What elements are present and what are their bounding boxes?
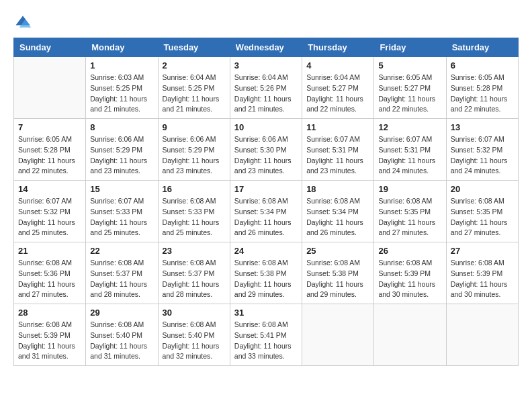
calendar-cell: 5Sunrise: 6:05 AMSunset: 5:27 PMDaylight… (374, 57, 446, 119)
day-info: Sunrise: 6:07 AMSunset: 5:33 PMDaylight:… (90, 196, 153, 238)
day-info: Sunrise: 6:08 AMSunset: 5:34 PMDaylight:… (234, 196, 298, 238)
calendar-cell: 16Sunrise: 6:08 AMSunset: 5:33 PMDayligh… (158, 181, 230, 242)
calendar-cell: 15Sunrise: 6:07 AMSunset: 5:33 PMDayligh… (86, 181, 158, 242)
day-info: Sunrise: 6:08 AMSunset: 5:39 PMDaylight:… (451, 258, 514, 300)
calendar-cell (14, 57, 86, 119)
day-info: Sunrise: 6:08 AMSunset: 5:38 PMDaylight:… (306, 258, 369, 300)
calendar-cell: 14Sunrise: 6:07 AMSunset: 5:32 PMDayligh… (14, 181, 86, 242)
day-number: 4 (306, 60, 369, 71)
day-info: Sunrise: 6:07 AMSunset: 5:31 PMDaylight:… (306, 134, 369, 177)
calendar-week-row: 21Sunrise: 6:08 AMSunset: 5:36 PMDayligh… (14, 242, 519, 304)
header-saturday: Saturday (446, 38, 518, 57)
day-number: 15 (90, 184, 153, 194)
day-info: Sunrise: 6:08 AMSunset: 5:37 PMDaylight:… (90, 258, 153, 300)
day-info: Sunrise: 6:08 AMSunset: 5:39 PMDaylight:… (378, 258, 441, 300)
day-number: 30 (163, 308, 226, 318)
calendar-cell: 27Sunrise: 6:08 AMSunset: 5:39 PMDayligh… (446, 242, 518, 304)
day-info: Sunrise: 6:04 AMSunset: 5:27 PMDaylight:… (306, 73, 369, 115)
calendar-cell: 26Sunrise: 6:08 AMSunset: 5:39 PMDayligh… (374, 242, 446, 304)
calendar-week-row: 1Sunrise: 6:03 AMSunset: 5:25 PMDaylight… (14, 57, 519, 119)
day-number: 16 (163, 184, 226, 194)
day-number: 7 (18, 122, 81, 132)
calendar-cell: 21Sunrise: 6:08 AMSunset: 5:36 PMDayligh… (14, 242, 86, 304)
calendar-cell: 23Sunrise: 6:08 AMSunset: 5:37 PMDayligh… (158, 242, 230, 304)
day-info: Sunrise: 6:08 AMSunset: 5:37 PMDaylight:… (163, 258, 226, 300)
calendar-cell: 7Sunrise: 6:05 AMSunset: 5:28 PMDaylight… (14, 119, 86, 181)
day-number: 22 (90, 246, 153, 256)
header-sunday: Sunday (14, 38, 86, 57)
day-info: Sunrise: 6:04 AMSunset: 5:25 PMDaylight:… (163, 73, 226, 115)
calendar-cell: 28Sunrise: 6:08 AMSunset: 5:39 PMDayligh… (14, 304, 86, 366)
calendar-cell (446, 304, 518, 366)
day-number: 31 (234, 308, 298, 318)
calendar-cell: 3Sunrise: 6:04 AMSunset: 5:26 PMDaylight… (230, 57, 302, 119)
day-number: 1 (90, 60, 153, 71)
calendar-cell: 17Sunrise: 6:08 AMSunset: 5:34 PMDayligh… (230, 181, 302, 242)
calendar-week-row: 7Sunrise: 6:05 AMSunset: 5:28 PMDaylight… (14, 119, 519, 181)
day-number: 29 (90, 308, 153, 318)
day-number: 18 (306, 184, 369, 194)
day-number: 27 (451, 246, 514, 256)
day-info: Sunrise: 6:08 AMSunset: 5:39 PMDaylight:… (18, 320, 81, 362)
day-number: 21 (18, 246, 81, 256)
header-wednesday: Wednesday (230, 38, 302, 57)
calendar-cell: 6Sunrise: 6:05 AMSunset: 5:28 PMDaylight… (446, 57, 518, 119)
logo (13, 13, 35, 32)
day-number: 3 (234, 60, 298, 71)
calendar-cell: 31Sunrise: 6:08 AMSunset: 5:41 PMDayligh… (230, 304, 302, 366)
calendar-cell: 10Sunrise: 6:06 AMSunset: 5:30 PMDayligh… (230, 119, 302, 181)
day-info: Sunrise: 6:08 AMSunset: 5:38 PMDaylight:… (234, 258, 298, 300)
day-info: Sunrise: 6:06 AMSunset: 5:29 PMDaylight:… (90, 134, 153, 177)
calendar-cell: 9Sunrise: 6:06 AMSunset: 5:29 PMDaylight… (158, 119, 230, 181)
day-info: Sunrise: 6:08 AMSunset: 5:40 PMDaylight:… (90, 320, 153, 362)
day-number: 20 (451, 184, 514, 194)
day-number: 28 (18, 308, 81, 318)
logo-icon (13, 13, 32, 32)
day-info: Sunrise: 6:05 AMSunset: 5:28 PMDaylight:… (18, 134, 81, 177)
calendar-cell: 1Sunrise: 6:03 AMSunset: 5:25 PMDaylight… (86, 57, 158, 119)
day-number: 25 (306, 246, 369, 256)
day-number: 13 (451, 122, 514, 132)
calendar-cell: 24Sunrise: 6:08 AMSunset: 5:38 PMDayligh… (230, 242, 302, 304)
day-info: Sunrise: 6:08 AMSunset: 5:36 PMDaylight:… (18, 258, 81, 300)
day-number: 11 (306, 122, 369, 132)
calendar-cell (302, 304, 374, 366)
calendar-header-row: SundayMondayTuesdayWednesdayThursdayFrid… (14, 38, 519, 57)
day-number: 14 (18, 184, 81, 194)
day-info: Sunrise: 6:05 AMSunset: 5:28 PMDaylight:… (451, 73, 514, 115)
day-info: Sunrise: 6:08 AMSunset: 5:40 PMDaylight:… (163, 320, 226, 362)
calendar-cell: 4Sunrise: 6:04 AMSunset: 5:27 PMDaylight… (302, 57, 374, 119)
calendar-cell: 19Sunrise: 6:08 AMSunset: 5:35 PMDayligh… (374, 181, 446, 242)
calendar-week-row: 14Sunrise: 6:07 AMSunset: 5:32 PMDayligh… (14, 181, 519, 242)
day-number: 8 (90, 122, 153, 132)
header-friday: Friday (374, 38, 446, 57)
day-info: Sunrise: 6:07 AMSunset: 5:31 PMDaylight:… (378, 134, 441, 177)
calendar-table: SundayMondayTuesdayWednesdayThursdayFrid… (13, 38, 519, 366)
day-info: Sunrise: 6:06 AMSunset: 5:30 PMDaylight:… (234, 134, 298, 177)
day-info: Sunrise: 6:08 AMSunset: 5:35 PMDaylight:… (451, 196, 514, 238)
calendar-cell: 29Sunrise: 6:08 AMSunset: 5:40 PMDayligh… (86, 304, 158, 366)
day-info: Sunrise: 6:04 AMSunset: 5:26 PMDaylight:… (234, 73, 298, 115)
header-thursday: Thursday (302, 38, 374, 57)
day-number: 23 (163, 246, 226, 256)
day-number: 6 (451, 60, 514, 71)
day-number: 2 (163, 60, 226, 71)
calendar-cell: 2Sunrise: 6:04 AMSunset: 5:25 PMDaylight… (158, 57, 230, 119)
calendar-cell: 11Sunrise: 6:07 AMSunset: 5:31 PMDayligh… (302, 119, 374, 181)
day-info: Sunrise: 6:08 AMSunset: 5:41 PMDaylight:… (234, 320, 298, 362)
header-monday: Monday (86, 38, 158, 57)
day-info: Sunrise: 6:07 AMSunset: 5:32 PMDaylight:… (18, 196, 81, 238)
day-info: Sunrise: 6:07 AMSunset: 5:32 PMDaylight:… (451, 134, 514, 177)
header-tuesday: Tuesday (158, 38, 230, 57)
calendar-cell: 30Sunrise: 6:08 AMSunset: 5:40 PMDayligh… (158, 304, 230, 366)
calendar-cell: 13Sunrise: 6:07 AMSunset: 5:32 PMDayligh… (446, 119, 518, 181)
calendar-cell: 8Sunrise: 6:06 AMSunset: 5:29 PMDaylight… (86, 119, 158, 181)
calendar-cell: 12Sunrise: 6:07 AMSunset: 5:31 PMDayligh… (374, 119, 446, 181)
day-number: 19 (378, 184, 441, 194)
day-number: 12 (378, 122, 441, 132)
calendar-cell: 20Sunrise: 6:08 AMSunset: 5:35 PMDayligh… (446, 181, 518, 242)
day-info: Sunrise: 6:08 AMSunset: 5:34 PMDaylight:… (306, 196, 369, 238)
day-number: 26 (378, 246, 441, 256)
day-number: 17 (234, 184, 298, 194)
day-number: 9 (163, 122, 226, 132)
